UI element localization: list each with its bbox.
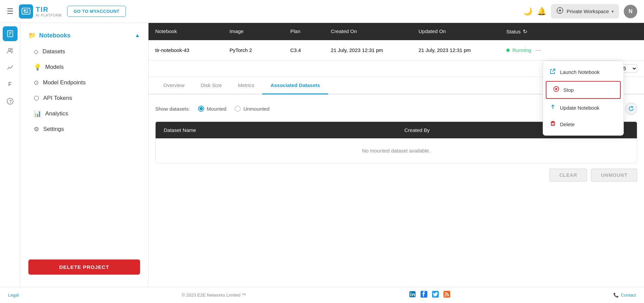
launch-icon bbox=[550, 68, 556, 76]
linkedin-icon[interactable] bbox=[409, 291, 416, 299]
tab-metrics[interactable]: Metrics bbox=[230, 77, 262, 94]
context-menu-stop[interactable]: Stop bbox=[546, 81, 621, 99]
hamburger-icon[interactable]: ☰ bbox=[7, 7, 14, 16]
nav-item-api-tokens[interactable]: ⬡ API Tokens bbox=[20, 90, 148, 106]
clear-button[interactable]: CLEAR bbox=[549, 169, 587, 182]
legal-link[interactable]: Legal bbox=[8, 293, 19, 298]
radio-unmounted[interactable]: Unmounted bbox=[235, 106, 270, 112]
table-header-row: Notebook Image Plan Created On Updated O… bbox=[149, 23, 644, 40]
context-menu-delete[interactable]: Delete bbox=[543, 116, 623, 133]
content-area: Notebook Image Plan Created On Updated O… bbox=[149, 23, 644, 287]
status-running: Running bbox=[506, 47, 531, 53]
logo: TIR AI PLATFORM bbox=[19, 4, 62, 19]
tab-associated-datasets[interactable]: Associated Datasets bbox=[262, 77, 328, 94]
datasets-refresh-button[interactable] bbox=[625, 103, 637, 115]
sidebar-icon-analytics[interactable] bbox=[3, 60, 18, 75]
header-left: ☰ TIR AI PLATFORM GO TO MYACCOUNT bbox=[7, 4, 126, 19]
logo-name: TIR bbox=[36, 6, 62, 13]
update-icon bbox=[550, 104, 556, 112]
rss-icon[interactable] bbox=[444, 291, 450, 299]
facebook-icon[interactable] bbox=[421, 291, 427, 299]
analytics-icon: 📊 bbox=[34, 110, 41, 117]
notebooks-label: Notebooks bbox=[39, 32, 71, 39]
sidebar-icon-notebooks[interactable] bbox=[3, 26, 18, 41]
go-to-myaccount-button[interactable]: GO TO MYACCOUNT bbox=[67, 6, 126, 17]
svg-line-19 bbox=[553, 69, 555, 72]
main-container: F ? 📁 Notebooks ▲ ◇ Datasets 💡 Models bbox=[0, 23, 644, 287]
nav-item-datasets[interactable]: ◇ Datasets bbox=[20, 44, 148, 59]
update-notebook-label: Update Notebook bbox=[560, 105, 599, 111]
col-created-on: Created On bbox=[324, 23, 412, 40]
contact-label: Contact bbox=[621, 293, 636, 298]
nav-sub-items: ◇ Datasets 💡 Models ⊙ Model Endpoints ⬡ … bbox=[20, 43, 148, 140]
notebooks-chevron-icon: ▲ bbox=[135, 32, 140, 38]
unmounted-label: Unmounted bbox=[243, 106, 270, 112]
cell-updated-on: 21 July, 2023 12:31 pm bbox=[412, 40, 500, 60]
show-datasets-label: Show datasets: bbox=[155, 106, 190, 112]
status-label: Running bbox=[512, 47, 531, 53]
delete-project-button[interactable]: DELETE PROJECT bbox=[28, 259, 140, 275]
svg-rect-3 bbox=[26, 11, 28, 11]
moon-icon[interactable]: 🌙 bbox=[523, 7, 532, 16]
nav-item-analytics[interactable]: 📊 Analytics bbox=[20, 106, 148, 121]
nav-item-model-endpoints[interactable]: ⊙ Model Endpoints bbox=[20, 75, 148, 90]
nav-item-settings[interactable]: ⚙ Settings bbox=[20, 121, 148, 137]
cell-notebook: tir-notebook-43 bbox=[149, 40, 223, 60]
workspace-button[interactable]: Private Workspace ▾ bbox=[551, 4, 619, 19]
unmount-button[interactable]: UNMOUNT bbox=[591, 169, 637, 182]
datasets-label: Datasets bbox=[43, 48, 65, 55]
svg-rect-2 bbox=[26, 9, 28, 10]
sidebar-icon-tokens[interactable]: F bbox=[3, 77, 18, 92]
col-updated-on: Updated On bbox=[412, 23, 500, 40]
svg-text:?: ? bbox=[9, 99, 12, 104]
status-dot bbox=[506, 49, 510, 52]
svg-rect-31 bbox=[444, 291, 450, 298]
twitter-icon[interactable] bbox=[432, 291, 439, 299]
context-menu-update[interactable]: Update Notebook bbox=[543, 100, 623, 116]
contact-link[interactable]: 📞 Contact bbox=[613, 293, 636, 298]
notebooks-folder-icon: 📁 bbox=[28, 32, 36, 39]
radio-mounted-inner bbox=[199, 107, 203, 110]
cell-status: Running ··· bbox=[500, 40, 567, 60]
svg-rect-23 bbox=[551, 122, 555, 126]
workspace-settings-icon bbox=[556, 7, 564, 16]
three-dots-menu[interactable]: ··· bbox=[535, 46, 541, 54]
table-row: tir-notebook-43 PyTorch 2 C3.4 21 July, … bbox=[149, 40, 644, 60]
svg-point-6 bbox=[559, 9, 561, 11]
api-tokens-icon: ⬡ bbox=[34, 94, 39, 102]
tab-overview[interactable]: Overview bbox=[155, 77, 193, 94]
left-nav: 📁 Notebooks ▲ ◇ Datasets 💡 Models ⊙ Mode… bbox=[20, 23, 149, 287]
context-menu-launch[interactable]: Launch Notebook bbox=[543, 64, 623, 80]
dataset-table-body: No mounted dataset available. bbox=[156, 138, 637, 163]
copyright: © 2023 E2E Networks Limited ™ bbox=[182, 293, 246, 298]
nav-notebooks-header[interactable]: 📁 Notebooks ▲ bbox=[20, 28, 148, 43]
avatar[interactable]: N bbox=[624, 5, 637, 18]
workspace-label: Private Workspace bbox=[566, 8, 609, 14]
dataset-actions: CLEAR UNMOUNT bbox=[155, 169, 637, 182]
svg-rect-4 bbox=[24, 12, 28, 13]
datasets-icon: ◇ bbox=[34, 48, 38, 55]
settings-icon: ⚙ bbox=[34, 126, 39, 133]
bell-icon[interactable]: 🔔 bbox=[537, 7, 546, 16]
dataset-col-name: Dataset Name bbox=[156, 122, 396, 138]
model-endpoints-label: Model Endpoints bbox=[43, 79, 86, 86]
context-menu: Launch Notebook Stop Upd bbox=[543, 61, 624, 136]
nav-item-models[interactable]: 💡 Models bbox=[20, 59, 148, 75]
svg-rect-1 bbox=[24, 9, 26, 11]
sidebar-icon-users[interactable] bbox=[3, 43, 18, 58]
mounted-label: Mounted bbox=[207, 106, 226, 112]
radio-mounted[interactable]: Mounted bbox=[198, 106, 226, 112]
svg-point-16 bbox=[11, 49, 12, 50]
svg-point-32 bbox=[445, 295, 446, 297]
dataset-empty-message: No mounted dataset available. bbox=[156, 138, 637, 163]
footer: Legal © 2023 E2E Networks Limited ™ bbox=[0, 287, 644, 303]
stop-icon bbox=[553, 86, 559, 94]
sidebar-icon-help[interactable]: ? bbox=[3, 94, 18, 109]
svg-rect-27 bbox=[410, 294, 411, 296]
status-refresh-icon[interactable]: ↻ bbox=[523, 28, 527, 35]
analytics-label: Analytics bbox=[45, 110, 68, 117]
api-tokens-label: API Tokens bbox=[43, 95, 72, 102]
stop-label: Stop bbox=[563, 87, 574, 93]
logo-text: TIR AI PLATFORM bbox=[36, 6, 62, 17]
tab-disk-size[interactable]: Disk Size bbox=[193, 77, 230, 94]
